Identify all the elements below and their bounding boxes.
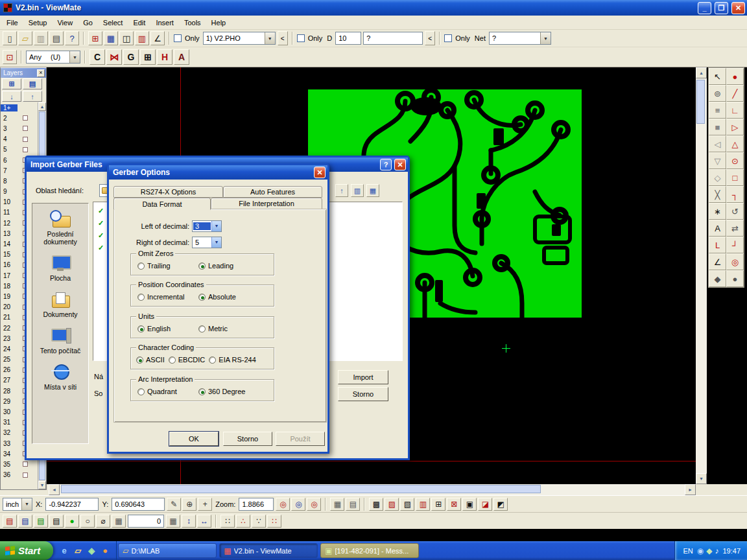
origin-crosshair-icon[interactable]: ⊕ (182, 498, 196, 511)
cancel-button[interactable]: Storno (223, 432, 272, 446)
zoom-field[interactable]: 1.8866 (239, 498, 274, 511)
tab-rs274-x-options[interactable]: RS274-X Options (113, 186, 223, 198)
circle-pad-icon[interactable]: ⊙ (726, 152, 744, 169)
anchor-icon[interactable]: ↕ (182, 515, 196, 528)
layer-combo[interactable]: 1) V2.PHO ▼ (203, 32, 276, 45)
apply-button[interactable]: Použít (276, 432, 325, 446)
window-titlebar[interactable]: V2.bin - ViewMate _ ❐ ✕ (0, 0, 747, 16)
right-of-decimal-combo[interactable]: 5 ▼ (192, 237, 222, 248)
vertical-scroll-track[interactable] (696, 78, 707, 473)
layer-visibility-box[interactable] (23, 126, 28, 131)
vertical-scrollbar[interactable]: ▲ ▼ (696, 67, 707, 484)
filled-plane-icon[interactable]: ■ (709, 119, 726, 135)
layer-visibility-box[interactable] (23, 461, 28, 467)
fill-mode-icon[interactable]: ◩ (493, 498, 508, 511)
tab-file-interpretation[interactable]: File Interpretation (211, 198, 322, 209)
left-of-decimal-combo[interactable]: 3 ▼ (192, 220, 222, 232)
grid-dots-icon[interactable]: ▦ (330, 498, 344, 511)
language-indicator[interactable]: EN (683, 547, 693, 555)
menu-item-help[interactable]: Help (206, 17, 231, 29)
horizontal-scroll-track[interactable] (60, 484, 685, 495)
select-mode-icon[interactable]: ⊡ (3, 50, 17, 64)
grid-lines-icon[interactable]: ▤ (346, 498, 360, 511)
layer-row-4[interactable]: 4 (1, 134, 38, 145)
g-command-icon[interactable]: G (123, 49, 139, 65)
help-icon[interactable]: ? (380, 159, 392, 170)
film-box-icon[interactable]: ▥ (135, 31, 149, 45)
new-folder-icon[interactable]: ▥ (351, 184, 364, 197)
diameter-icon[interactable]: ⌀ (96, 515, 110, 528)
scroll-left-icon[interactable]: ◄ (49, 484, 60, 495)
chevron-down-icon[interactable]: ▼ (540, 32, 551, 44)
film-blue-icon[interactable]: ▤ (18, 515, 32, 528)
move-layer-down-icon[interactable]: ↓ (2, 91, 21, 102)
menu-item-tools[interactable]: Tools (179, 17, 206, 29)
dot-pattern-3-icon[interactable]: ∵ (252, 515, 266, 528)
angle-icon[interactable]: ∠ (709, 253, 726, 270)
layers-panel-titlebar[interactable]: Layers × (1, 68, 46, 78)
save-icon[interactable]: ▥ (34, 31, 48, 45)
menu-item-file[interactable]: File (1, 17, 23, 29)
chevron-down-icon[interactable]: ▼ (69, 51, 80, 63)
query-edit-icon[interactable]: ⊠ (447, 498, 461, 511)
tab-data-format[interactable]: Data Format (113, 198, 211, 210)
only-dcode-checkbox[interactable] (297, 34, 305, 42)
mirror-icon[interactable]: ◁ (709, 135, 726, 152)
task-d-mlab[interactable]: ▱D:\MLAB (118, 543, 217, 558)
query-net-icon[interactable]: ⊚ (709, 85, 726, 102)
task-v2-bin-viewmate[interactable]: ▦V2.bin - ViewMate (219, 543, 318, 558)
close-icon[interactable]: ✕ (314, 167, 326, 178)
layer-visibility-box[interactable] (23, 472, 28, 478)
scroll-right-icon[interactable]: ► (685, 484, 696, 495)
layer-row-2[interactable]: 2 (1, 113, 38, 123)
flash-mode-icon[interactable]: ▩ (369, 498, 383, 511)
route-end-icon[interactable]: ┘ (726, 237, 744, 253)
drc-status-icon[interactable]: ● (65, 515, 79, 528)
grid-toggle-icon[interactable]: ▦ (112, 515, 126, 528)
highlight-dcodes-icon[interactable]: ⊞ (88, 31, 102, 45)
place-posledn-dokumenty[interactable]: Poslední dokumenty (34, 210, 87, 246)
rect-pad-icon[interactable]: □ (726, 169, 744, 186)
close-icon[interactable]: ✕ (731, 2, 745, 14)
trace-edit-icon[interactable]: ⊞ (431, 498, 445, 511)
prev-dcode-button[interactable]: < (425, 31, 435, 45)
minimize-icon[interactable]: _ (698, 2, 711, 14)
net-icon[interactable]: ◆ (709, 270, 726, 287)
place-plocha[interactable]: Plocha (34, 254, 87, 282)
tab-auto-features[interactable]: Auto Features (223, 186, 322, 198)
gerber-dialog-titlebar[interactable]: Gerber Options ✕ (109, 165, 327, 180)
radio-eia-rs-244[interactable]: EIA RS-244 (209, 356, 255, 364)
move-layer-up-icon[interactable]: ↑ (23, 91, 42, 102)
task-191-482-091-mess[interactable]: ▣[191-482-091] - Mess... (320, 543, 419, 558)
radio-leading[interactable]: Leading (198, 262, 233, 270)
up-one-level-icon[interactable]: ↑ (335, 184, 348, 197)
units-combo[interactable]: inch ▼ (3, 498, 32, 511)
film-black-icon[interactable]: ▤ (49, 515, 64, 528)
grid-command-icon[interactable]: ⊞ (140, 49, 156, 65)
only-layer-checkbox[interactable] (174, 34, 182, 42)
draw-corner-icon[interactable]: ∟ (726, 102, 744, 119)
menu-item-setup[interactable]: Setup (23, 17, 53, 29)
view-menu-icon[interactable]: ▦ (366, 184, 379, 197)
print-icon[interactable]: ▤ (49, 31, 64, 45)
scroll-up-icon[interactable]: ▲ (38, 102, 46, 111)
radio-quadrant[interactable]: Quadrant (137, 388, 193, 395)
dot-pattern-1-icon[interactable]: ∷ (220, 515, 235, 528)
text-icon[interactable]: A (709, 220, 726, 237)
cancel-button[interactable]: Storno (338, 387, 388, 401)
radio-360-degree[interactable]: 360 Degree (198, 388, 246, 395)
layer-row-5[interactable]: 5 (1, 145, 38, 155)
open-file-icon[interactable]: ▱ (18, 31, 32, 45)
c-command-icon[interactable]: C (89, 49, 105, 65)
only-net-checkbox[interactable] (444, 34, 452, 42)
maximize-icon[interactable]: ❐ (715, 2, 728, 14)
menu-item-insert[interactable]: Insert (150, 17, 179, 29)
context-help-icon[interactable]: ? (65, 31, 79, 45)
net-edit-icon[interactable]: ▣ (462, 498, 477, 511)
messenger-icon[interactable]: ◆ (706, 546, 712, 555)
zoom-out-icon[interactable]: ◎ (307, 498, 321, 511)
layer-table-icon[interactable]: ▤ (23, 78, 42, 89)
explorer-launch-icon[interactable]: ◈ (86, 545, 97, 557)
gear-icon[interactable]: ∗ (709, 203, 726, 220)
film-green-icon[interactable]: ▤ (34, 515, 48, 528)
